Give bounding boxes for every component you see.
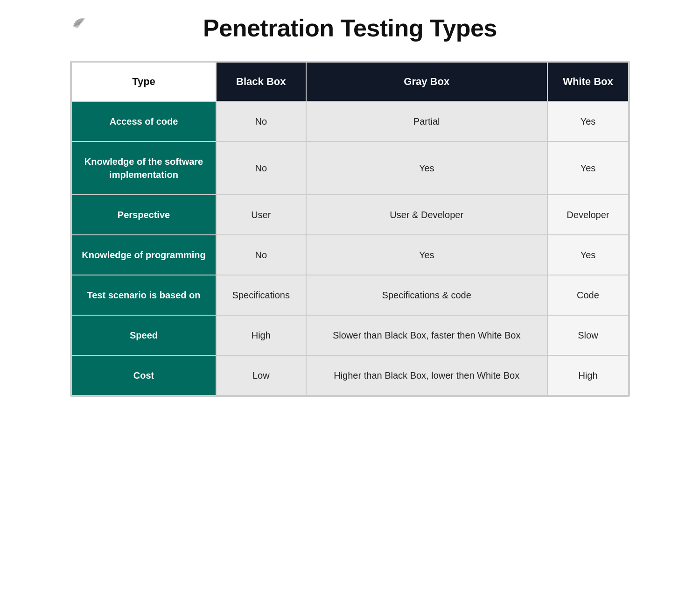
cell-knowledge-programming-white: Yes (547, 235, 629, 275)
label-test-scenario: Test scenario is based on (71, 275, 216, 315)
table-row: Knowledge of the software implementation… (71, 141, 629, 195)
label-access-code: Access of code (71, 101, 216, 141)
cell-speed-white: Slow (547, 315, 629, 355)
cell-cost-white: High (547, 355, 629, 395)
cell-test-scenario-black: Specifications (216, 275, 306, 315)
table-wrapper: Type Black Box Gray Box White Box Access… (70, 61, 630, 397)
cell-cost-black: Low (216, 355, 306, 395)
cell-knowledge-software-black: No (216, 141, 306, 195)
cell-speed-black: High (216, 315, 306, 355)
cell-perspective-gray: User & Developer (306, 195, 547, 235)
cell-knowledge-software-gray: Yes (306, 141, 547, 195)
cell-perspective-white: Developer (547, 195, 629, 235)
header-gray-box: Gray Box (306, 62, 547, 101)
label-cost: Cost (71, 355, 216, 395)
cell-test-scenario-gray: Specifications & code (306, 275, 547, 315)
cell-cost-gray: Higher than Black Box, lower then White … (306, 355, 547, 395)
cell-test-scenario-white: Code (547, 275, 629, 315)
table-row: Access of code No Partial Yes (71, 101, 629, 141)
header-area: Penetration Testing Types (70, 14, 630, 42)
bird-logo-icon (70, 14, 89, 33)
label-speed: Speed (71, 315, 216, 355)
comparison-table: Type Black Box Gray Box White Box Access… (71, 62, 629, 396)
cell-access-code-black: No (216, 101, 306, 141)
table-row: Test scenario is based on Specifications… (71, 275, 629, 315)
cell-speed-gray: Slower than Black Box, faster then White… (306, 315, 547, 355)
cell-knowledge-programming-black: No (216, 235, 306, 275)
page-title: Penetration Testing Types (70, 14, 630, 42)
table-header-row: Type Black Box Gray Box White Box (71, 62, 629, 101)
cell-access-code-gray: Partial (306, 101, 547, 141)
label-perspective: Perspective (71, 195, 216, 235)
header-white-box: White Box (547, 62, 629, 101)
page-container: Penetration Testing Types Type Black Box… (70, 14, 630, 397)
cell-perspective-black: User (216, 195, 306, 235)
table-row: Speed High Slower than Black Box, faster… (71, 315, 629, 355)
table-row: Cost Low Higher than Black Box, lower th… (71, 355, 629, 395)
table-row: Knowledge of programming No Yes Yes (71, 235, 629, 275)
header-black-box: Black Box (216, 62, 306, 101)
table-row: Perspective User User & Developer Develo… (71, 195, 629, 235)
cell-access-code-white: Yes (547, 101, 629, 141)
cell-knowledge-software-white: Yes (547, 141, 629, 195)
label-knowledge-software: Knowledge of the software implementation (71, 141, 216, 195)
cell-knowledge-programming-gray: Yes (306, 235, 547, 275)
header-type: Type (71, 62, 216, 101)
label-knowledge-programming: Knowledge of programming (71, 235, 216, 275)
